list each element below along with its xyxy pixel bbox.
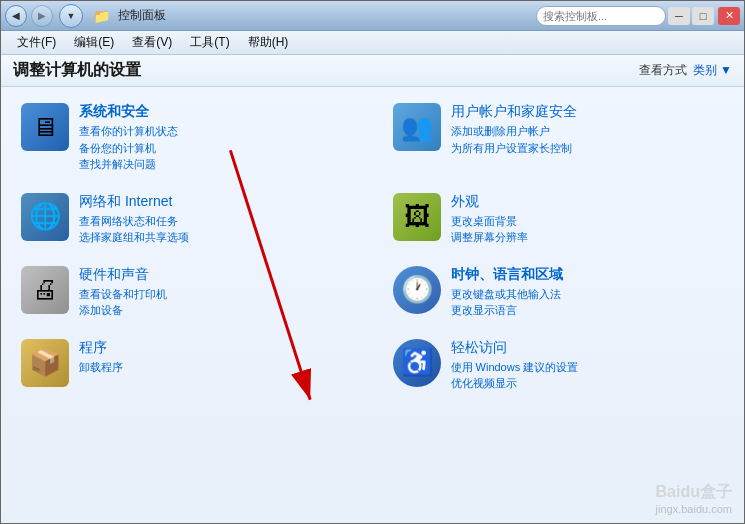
category-programs[interactable]: 📦 程序 卸载程序 [21,339,353,392]
category-system-security[interactable]: 🖥 系统和安全 查看你的计算机状态 备份您的计算机 查找并解决问题 [21,103,353,173]
clock-language-sub-0[interactable]: 更改键盘或其他输入法 [451,286,725,303]
back-button[interactable]: ◀ [5,5,27,27]
programs-subs: 卸载程序 [79,359,353,376]
clock-language-icon: 🕐 [393,266,441,314]
appearance-icon: 🖼 [393,193,441,241]
clock-language-subs: 更改键盘或其他输入法 更改显示语言 [451,286,725,319]
user-accounts-sub-0[interactable]: 添加或删除用户帐户 [451,123,725,140]
watermark: Baidu盒子 jingx.baidu.com [656,482,732,515]
categories-grid: 🖥 系统和安全 查看你的计算机状态 备份您的计算机 查找并解决问题 👥 [21,103,724,392]
view-mode-label: 查看方式 [639,62,687,79]
category-hardware[interactable]: 🖨 硬件和声音 查看设备和打印机 添加设备 [21,266,353,319]
programs-icon-glyph: 📦 [29,347,61,378]
users-icon-glyph: 👥 [401,112,433,143]
toolbar-right: 查看方式 类别 ▼ [639,62,732,79]
clock-language-sub-1[interactable]: 更改显示语言 [451,302,725,319]
category-appearance[interactable]: 🖼 外观 更改桌面背景 调整屏幕分辨率 [393,193,725,246]
dropdown-button[interactable]: ▼ [59,4,83,28]
appearance-sub-1[interactable]: 调整屏幕分辨率 [451,229,725,246]
programs-content: 程序 卸载程序 [79,339,353,376]
programs-title[interactable]: 程序 [79,339,353,357]
system-security-sub-2[interactable]: 查找并解决问题 [79,156,353,173]
appearance-title[interactable]: 外观 [451,193,725,211]
user-accounts-icon: 👥 [393,103,441,151]
ease-access-sub-0[interactable]: 使用 Windows 建议的设置 [451,359,725,376]
maximize-button[interactable]: □ [692,7,714,25]
hardware-sub-1[interactable]: 添加设备 [79,302,353,319]
category-clock-language[interactable]: 🕐 时钟、语言和区域 更改键盘或其他输入法 更改显示语言 [393,266,725,319]
programs-sub-0[interactable]: 卸载程序 [79,359,353,376]
hardware-subs: 查看设备和打印机 添加设备 [79,286,353,319]
ease-access-content: 轻松访问 使用 Windows 建议的设置 优化视频显示 [451,339,725,392]
appearance-sub-0[interactable]: 更改桌面背景 [451,213,725,230]
content-area: 🖥 系统和安全 查看你的计算机状态 备份您的计算机 查找并解决问题 👥 [1,87,744,523]
appearance-subs: 更改桌面背景 调整屏幕分辨率 [451,213,725,246]
system-security-icon: 🖥 [21,103,69,151]
menu-help[interactable]: 帮助(H) [240,32,297,53]
view-type-button[interactable]: 类别 ▼ [693,62,732,79]
user-accounts-content: 用户帐户和家庭安全 添加或删除用户帐户 为所有用户设置家长控制 [451,103,725,156]
menu-file[interactable]: 文件(F) [9,32,64,53]
hardware-icon: 🖨 [21,266,69,314]
category-ease-access[interactable]: ♿ 轻松访问 使用 Windows 建议的设置 优化视频显示 [393,339,725,392]
user-accounts-title[interactable]: 用户帐户和家庭安全 [451,103,725,121]
menu-view[interactable]: 查看(V) [124,32,180,53]
ease-access-icon: ♿ [393,339,441,387]
category-user-accounts[interactable]: 👥 用户帐户和家庭安全 添加或删除用户帐户 为所有用户设置家长控制 [393,103,725,173]
close-button[interactable]: ✕ [718,7,740,25]
hardware-title[interactable]: 硬件和声音 [79,266,353,284]
menu-edit[interactable]: 编辑(E) [66,32,122,53]
security-icon-glyph: 🖥 [32,112,58,143]
ease-access-subs: 使用 Windows 建议的设置 优化视频显示 [451,359,725,392]
clock-icon-glyph: 🕐 [401,274,433,305]
network-icon: 🌐 [21,193,69,241]
ease-access-icon-glyph: ♿ [401,347,433,378]
titlebar: ◀ ▶ ▼ 📁 控制面板 ─ □ ✕ [1,1,744,31]
watermark-logo: Baidu盒子 [656,482,732,503]
network-icon-glyph: 🌐 [29,201,61,232]
menu-tools[interactable]: 工具(T) [182,32,237,53]
hardware-icon-glyph: 🖨 [32,274,58,305]
clock-language-content: 时钟、语言和区域 更改键盘或其他输入法 更改显示语言 [451,266,725,319]
network-sub-0[interactable]: 查看网络状态和任务 [79,213,353,230]
watermark-url: jingx.baidu.com [656,503,732,515]
system-security-title[interactable]: 系统和安全 [79,103,353,121]
page-title: 调整计算机的设置 [13,60,141,81]
window: ◀ ▶ ▼ 📁 控制面板 ─ □ ✕ 文件(F) 编辑(E) 查看(V) 工具(… [0,0,745,524]
system-security-sub-1[interactable]: 备份您的计算机 [79,140,353,157]
hardware-content: 硬件和声音 查看设备和打印机 添加设备 [79,266,353,319]
appearance-content: 外观 更改桌面背景 调整屏幕分辨率 [451,193,725,246]
user-accounts-sub-1[interactable]: 为所有用户设置家长控制 [451,140,725,157]
network-subs: 查看网络状态和任务 选择家庭组和共享选项 [79,213,353,246]
network-sub-1[interactable]: 选择家庭组和共享选项 [79,229,353,246]
ease-access-sub-1[interactable]: 优化视频显示 [451,375,725,392]
network-content: 网络和 Internet 查看网络状态和任务 选择家庭组和共享选项 [79,193,353,246]
user-accounts-subs: 添加或删除用户帐户 为所有用户设置家长控制 [451,123,725,156]
folder-icon: 📁 [93,8,110,24]
search-input[interactable] [536,6,666,26]
menubar: 文件(F) 编辑(E) 查看(V) 工具(T) 帮助(H) [1,31,744,55]
ease-access-title[interactable]: 轻松访问 [451,339,725,357]
network-title[interactable]: 网络和 Internet [79,193,353,211]
titlebar-left: ◀ ▶ ▼ 📁 控制面板 [5,4,166,28]
hardware-sub-0[interactable]: 查看设备和打印机 [79,286,353,303]
minimize-button[interactable]: ─ [668,7,690,25]
programs-icon: 📦 [21,339,69,387]
titlebar-right: ─ □ ✕ [536,6,740,26]
system-security-subs: 查看你的计算机状态 备份您的计算机 查找并解决问题 [79,123,353,173]
titlebar-path: 控制面板 [118,7,166,24]
forward-button[interactable]: ▶ [31,5,53,27]
appearance-icon-glyph: 🖼 [404,201,430,232]
toolbar: 调整计算机的设置 查看方式 类别 ▼ [1,55,744,87]
clock-language-title[interactable]: 时钟、语言和区域 [451,266,725,284]
system-security-content: 系统和安全 查看你的计算机状态 备份您的计算机 查找并解决问题 [79,103,353,173]
category-network[interactable]: 🌐 网络和 Internet 查看网络状态和任务 选择家庭组和共享选项 [21,193,353,246]
system-security-sub-0[interactable]: 查看你的计算机状态 [79,123,353,140]
